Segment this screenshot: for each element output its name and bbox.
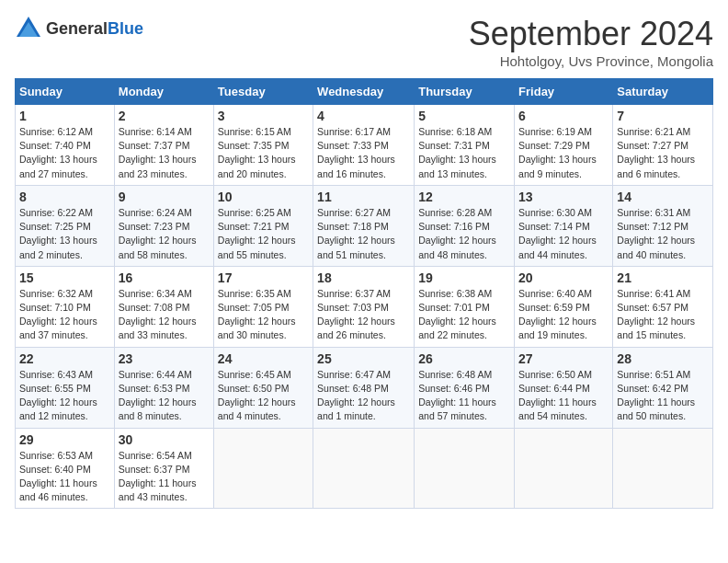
- day-info: Sunrise: 6:53 AMSunset: 6:40 PMDaylight:…: [19, 449, 110, 505]
- day-number: 23: [119, 351, 210, 366]
- day-cell: [515, 428, 613, 509]
- day-info: Sunrise: 6:47 AMSunset: 6:48 PMDaylight:…: [317, 368, 410, 424]
- day-info: Sunrise: 6:14 AMSunset: 7:37 PMDaylight:…: [119, 125, 210, 181]
- day-info: Sunrise: 6:37 AMSunset: 7:03 PMDaylight:…: [317, 287, 410, 343]
- day-info: Sunrise: 6:32 AMSunset: 7:10 PMDaylight:…: [19, 287, 110, 343]
- day-cell: 7Sunrise: 6:21 AMSunset: 7:27 PMDaylight…: [613, 105, 713, 186]
- day-cell: 9Sunrise: 6:24 AMSunset: 7:23 PMDaylight…: [114, 185, 213, 266]
- day-info: Sunrise: 6:35 AMSunset: 7:05 PMDaylight:…: [218, 287, 309, 343]
- col-header-sunday: Sunday: [16, 79, 115, 105]
- header-row: SundayMondayTuesdayWednesdayThursdayFrid…: [16, 79, 713, 105]
- day-cell: 8Sunrise: 6:22 AMSunset: 7:25 PMDaylight…: [16, 185, 115, 266]
- day-cell: 2Sunrise: 6:14 AMSunset: 7:37 PMDaylight…: [114, 105, 213, 186]
- day-cell: 3Sunrise: 6:15 AMSunset: 7:35 PMDaylight…: [213, 105, 313, 186]
- col-header-tuesday: Tuesday: [213, 79, 313, 105]
- week-row-1: 1Sunrise: 6:12 AMSunset: 7:40 PMDaylight…: [16, 105, 713, 186]
- day-info: Sunrise: 6:24 AMSunset: 7:23 PMDaylight:…: [119, 206, 210, 262]
- day-number: 7: [617, 109, 709, 123]
- day-info: Sunrise: 6:34 AMSunset: 7:08 PMDaylight:…: [119, 287, 210, 343]
- day-cell: 5Sunrise: 6:18 AMSunset: 7:31 PMDaylight…: [415, 105, 515, 186]
- day-number: 1: [19, 109, 110, 123]
- day-number: 27: [518, 351, 609, 366]
- day-info: Sunrise: 6:50 AMSunset: 6:44 PMDaylight:…: [518, 368, 609, 424]
- day-number: 26: [418, 351, 510, 366]
- week-row-5: 29Sunrise: 6:53 AMSunset: 6:40 PMDayligh…: [16, 428, 713, 509]
- day-number: 13: [518, 190, 609, 204]
- day-cell: 19Sunrise: 6:38 AMSunset: 7:01 PMDayligh…: [415, 266, 515, 347]
- day-info: Sunrise: 6:30 AMSunset: 7:14 PMDaylight:…: [518, 206, 609, 262]
- day-cell: [213, 428, 313, 509]
- day-info: Sunrise: 6:48 AMSunset: 6:46 PMDaylight:…: [418, 368, 510, 424]
- day-info: Sunrise: 6:38 AMSunset: 7:01 PMDaylight:…: [418, 287, 510, 343]
- day-number: 2: [119, 109, 210, 123]
- day-number: 28: [617, 351, 709, 366]
- day-cell: [415, 428, 515, 509]
- day-cell: 12Sunrise: 6:28 AMSunset: 7:16 PMDayligh…: [415, 185, 515, 266]
- day-number: 8: [19, 190, 110, 204]
- day-cell: [313, 428, 415, 509]
- day-number: 22: [19, 351, 110, 366]
- col-header-saturday: Saturday: [613, 79, 713, 105]
- col-header-wednesday: Wednesday: [313, 79, 415, 105]
- col-header-thursday: Thursday: [415, 79, 515, 105]
- day-cell: 24Sunrise: 6:45 AMSunset: 6:50 PMDayligh…: [213, 347, 313, 428]
- day-cell: 28Sunrise: 6:51 AMSunset: 6:42 PMDayligh…: [613, 347, 713, 428]
- month-title: September 2024: [469, 15, 713, 53]
- day-cell: [613, 428, 713, 509]
- day-number: 16: [119, 270, 210, 285]
- day-number: 25: [317, 351, 410, 366]
- day-number: 9: [119, 190, 210, 204]
- logo-blue: Blue: [108, 19, 143, 38]
- day-cell: 14Sunrise: 6:31 AMSunset: 7:12 PMDayligh…: [613, 185, 713, 266]
- week-row-3: 15Sunrise: 6:32 AMSunset: 7:10 PMDayligh…: [16, 266, 713, 347]
- day-cell: 26Sunrise: 6:48 AMSunset: 6:46 PMDayligh…: [415, 347, 515, 428]
- day-info: Sunrise: 6:51 AMSunset: 6:42 PMDaylight:…: [617, 368, 709, 424]
- day-cell: 18Sunrise: 6:37 AMSunset: 7:03 PMDayligh…: [313, 266, 415, 347]
- col-header-monday: Monday: [114, 79, 213, 105]
- day-cell: 17Sunrise: 6:35 AMSunset: 7:05 PMDayligh…: [213, 266, 313, 347]
- day-number: 17: [218, 270, 309, 285]
- location: Hohtolgoy, Uvs Province, Mongolia: [469, 53, 713, 69]
- logo-icon: [15, 15, 42, 42]
- day-cell: 13Sunrise: 6:30 AMSunset: 7:14 PMDayligh…: [515, 185, 613, 266]
- day-cell: 20Sunrise: 6:40 AMSunset: 6:59 PMDayligh…: [515, 266, 613, 347]
- day-number: 4: [317, 109, 410, 123]
- day-cell: 22Sunrise: 6:43 AMSunset: 6:55 PMDayligh…: [16, 347, 115, 428]
- day-number: 15: [19, 270, 110, 285]
- day-info: Sunrise: 6:28 AMSunset: 7:16 PMDaylight:…: [418, 206, 510, 262]
- day-info: Sunrise: 6:41 AMSunset: 6:57 PMDaylight:…: [617, 287, 709, 343]
- day-number: 20: [518, 270, 609, 285]
- day-info: Sunrise: 6:22 AMSunset: 7:25 PMDaylight:…: [19, 206, 110, 262]
- day-cell: 10Sunrise: 6:25 AMSunset: 7:21 PMDayligh…: [213, 185, 313, 266]
- day-cell: 27Sunrise: 6:50 AMSunset: 6:44 PMDayligh…: [515, 347, 613, 428]
- day-number: 3: [218, 109, 309, 123]
- day-number: 29: [19, 432, 110, 447]
- day-cell: 29Sunrise: 6:53 AMSunset: 6:40 PMDayligh…: [16, 428, 115, 509]
- day-info: Sunrise: 6:27 AMSunset: 7:18 PMDaylight:…: [317, 206, 410, 262]
- day-cell: 16Sunrise: 6:34 AMSunset: 7:08 PMDayligh…: [114, 266, 213, 347]
- day-info: Sunrise: 6:21 AMSunset: 7:27 PMDaylight:…: [617, 125, 709, 181]
- day-info: Sunrise: 6:15 AMSunset: 7:35 PMDaylight:…: [218, 125, 309, 181]
- day-info: Sunrise: 6:45 AMSunset: 6:50 PMDaylight:…: [218, 368, 309, 424]
- day-cell: 1Sunrise: 6:12 AMSunset: 7:40 PMDaylight…: [16, 105, 115, 186]
- day-info: Sunrise: 6:31 AMSunset: 7:12 PMDaylight:…: [617, 206, 709, 262]
- day-number: 19: [418, 270, 510, 285]
- day-number: 11: [317, 190, 410, 204]
- day-info: Sunrise: 6:18 AMSunset: 7:31 PMDaylight:…: [418, 125, 510, 181]
- day-cell: 21Sunrise: 6:41 AMSunset: 6:57 PMDayligh…: [613, 266, 713, 347]
- day-number: 18: [317, 270, 410, 285]
- day-info: Sunrise: 6:25 AMSunset: 7:21 PMDaylight:…: [218, 206, 309, 262]
- day-number: 21: [617, 270, 709, 285]
- day-number: 5: [418, 109, 510, 123]
- day-cell: 30Sunrise: 6:54 AMSunset: 6:37 PMDayligh…: [114, 428, 213, 509]
- logo: GeneralBlue: [15, 15, 143, 42]
- title-area: September 2024 Hohtolgoy, Uvs Province, …: [469, 15, 713, 69]
- day-number: 30: [119, 432, 210, 447]
- col-header-friday: Friday: [515, 79, 613, 105]
- day-cell: 11Sunrise: 6:27 AMSunset: 7:18 PMDayligh…: [313, 185, 415, 266]
- day-cell: 23Sunrise: 6:44 AMSunset: 6:53 PMDayligh…: [114, 347, 213, 428]
- day-number: 12: [418, 190, 510, 204]
- day-cell: 4Sunrise: 6:17 AMSunset: 7:33 PMDaylight…: [313, 105, 415, 186]
- day-cell: 25Sunrise: 6:47 AMSunset: 6:48 PMDayligh…: [313, 347, 415, 428]
- week-row-2: 8Sunrise: 6:22 AMSunset: 7:25 PMDaylight…: [16, 185, 713, 266]
